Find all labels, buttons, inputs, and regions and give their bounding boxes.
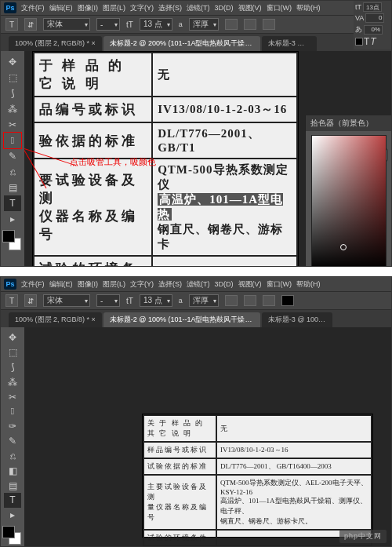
menu-help[interactable]: 帮助(H) <box>296 279 321 290</box>
menu-file[interactable]: 文件(F) <box>21 279 45 290</box>
cell: 试验的环境条件 <box>143 530 216 546</box>
gradient-tool-icon[interactable]: ▤ <box>4 180 21 195</box>
menu-type[interactable]: 文字(Y) <box>130 279 154 290</box>
menu-3d[interactable]: 3D(D) <box>215 280 234 288</box>
align-right-icon[interactable] <box>263 295 275 306</box>
cell <box>152 256 297 266</box>
orientation-icon[interactable]: ⇵ <box>24 294 37 307</box>
doc-tab-2[interactable]: 未标题-2 @ 100% (101--1A型电热鼓风干燥箱、测厚仪, RGB/8… <box>103 312 260 327</box>
marquee-tool-icon[interactable]: ⬚ <box>4 345 21 360</box>
font-family-dropdown[interactable]: 宋体 <box>43 294 90 307</box>
crop-tool-icon[interactable]: ✂ <box>4 117 21 133</box>
foreground-color-swatch[interactable] <box>2 526 15 538</box>
stamp-tool-icon[interactable]: ⎌ <box>4 449 21 464</box>
char-va-input[interactable]: 0 <box>365 13 384 23</box>
align-center-icon[interactable] <box>244 19 256 30</box>
brush-tool-icon[interactable]: ✎ <box>4 148 21 164</box>
tool-preset-icon[interactable]: T <box>5 294 18 307</box>
type-tool-icon[interactable]: T <box>4 195 21 211</box>
antialias-dropdown[interactable]: 浑厚 <box>189 18 219 31</box>
menu-window[interactable]: 窗口(W) <box>267 279 292 290</box>
brush-tool-icon[interactable]: ✎ <box>4 434 21 449</box>
antialias-dropdown[interactable]: 浑厚 <box>189 294 219 307</box>
cell: IV13/08/10-1-2-03～16 <box>216 442 372 458</box>
align-left-icon[interactable] <box>225 295 238 306</box>
format-italic[interactable]: T <box>370 36 376 47</box>
menu-edit[interactable]: 编辑(E) <box>49 3 73 13</box>
menu-file[interactable]: 文件(F) <box>21 3 45 13</box>
eraser-tool-icon[interactable]: ◧ <box>4 463 21 478</box>
char-pct-input[interactable]: 0% <box>364 25 383 35</box>
doc-tab-3[interactable]: 未标题-3 @ 100% <box>262 36 317 51</box>
format-bold[interactable]: T <box>364 36 369 47</box>
color-swatches[interactable] <box>2 526 23 546</box>
document-table: 关 于 样 品 的 其 它 说 明无 样品编号或标识IV13/08/10-1-2… <box>143 414 372 546</box>
menu-help[interactable]: 帮助(H) <box>296 3 321 13</box>
doc-tab-2[interactable]: 未标题-2 @ 200% (101--1A型电热鼓风干燥箱、测厚仪, RGB/8… <box>103 36 260 51</box>
color-swatch-option[interactable] <box>281 295 294 306</box>
workspace: ✥ ⬚ ⟆ ⁂ ✂ 𓂃 ✎ ⎌ ▤ T ▸ 于 样 品 的它 说 明无 品编号或… <box>1 51 391 266</box>
move-tool-icon[interactable]: ✥ <box>4 330 21 345</box>
menu-type[interactable]: 文字(Y) <box>130 3 154 13</box>
color-swatches[interactable] <box>2 230 23 252</box>
cell: 品编号或标识 <box>34 97 152 122</box>
font-style-dropdown[interactable]: - <box>96 294 120 307</box>
heal-tool-icon[interactable]: ✑ <box>4 419 21 434</box>
crop-tool-icon[interactable]: ✂ <box>4 389 21 404</box>
font-family-dropdown[interactable]: 宋体 <box>43 18 90 31</box>
document-tabs: 100% (图层 2, RGB/8) * × 未标题-2 @ 200% (101… <box>1 34 391 51</box>
menu-filter[interactable]: 滤镜(T) <box>187 3 210 13</box>
font-style-dropdown[interactable]: - <box>96 18 120 31</box>
gradient-tool-icon[interactable]: ▤ <box>4 478 21 493</box>
menu-window[interactable]: 窗口(W) <box>267 3 292 13</box>
font-size-dropdown[interactable]: 13 点 <box>140 294 172 307</box>
magic-wand-tool-icon[interactable]: ⁂ <box>4 101 21 117</box>
cell: DL/T776—2001、 GB/T1 <box>152 122 297 159</box>
menu-edit[interactable]: 编辑(E) <box>49 279 73 290</box>
app-logo: Ps <box>4 2 16 13</box>
menu-filter[interactable]: 滤镜(T) <box>187 279 210 290</box>
color-field[interactable] <box>312 136 386 267</box>
doc-tab-1[interactable]: 100% (图层 2, RGB/8) * × <box>9 36 102 51</box>
eyedropper-tool-icon[interactable]: 𓂃 <box>4 404 21 419</box>
menu-layer[interactable]: 图层(L) <box>103 3 125 13</box>
align-center-icon[interactable] <box>244 295 256 306</box>
aa-icon: a <box>179 297 183 304</box>
menu-select[interactable]: 选择(S) <box>158 3 182 13</box>
path-tool-icon[interactable]: ▸ <box>4 508 21 523</box>
watermark: php中文网 <box>339 530 387 543</box>
lasso-tool-icon[interactable]: ⟆ <box>4 360 21 375</box>
marquee-tool-icon[interactable]: ⬚ <box>4 70 21 86</box>
path-tool-icon[interactable]: ▸ <box>4 211 21 227</box>
menu-image[interactable]: 图像(I) <box>78 3 99 13</box>
char-color-swatch[interactable] <box>355 38 363 46</box>
size-icon: tT <box>126 20 133 29</box>
menu-layer[interactable]: 图层(L) <box>103 279 125 290</box>
move-tool-icon[interactable]: ✥ <box>4 54 21 70</box>
cell: 无 <box>152 53 297 97</box>
menu-image[interactable]: 图像(I) <box>78 279 99 290</box>
cell: 样品编号或标识 <box>143 442 216 458</box>
align-left-icon[interactable] <box>225 19 238 30</box>
magic-wand-tool-icon[interactable]: ⁂ <box>4 374 21 389</box>
orientation-icon[interactable]: ⇵ <box>24 18 37 31</box>
menu-view[interactable]: 视图(V) <box>238 279 262 290</box>
doc-tab-3[interactable]: 未标题-3 @ 100% (图层 <box>262 312 332 327</box>
doc-tab-1[interactable]: 100% (图层 2, RGB/8) * × <box>9 312 102 327</box>
eyedropper-tool-icon[interactable]: 𓂃 <box>4 133 21 148</box>
menu-view[interactable]: 视图(V) <box>238 3 262 13</box>
cell: 试验依据的标准 <box>143 458 216 475</box>
tool-preset-icon[interactable]: T <box>5 18 18 31</box>
foreground-color-swatch[interactable] <box>2 230 15 243</box>
cell: 它 说 明 <box>39 76 102 91</box>
stamp-tool-icon[interactable]: ⎌ <box>4 164 21 180</box>
align-right-icon[interactable] <box>263 19 275 30</box>
menu-3d[interactable]: 3D(D) <box>215 4 234 12</box>
lasso-tool-icon[interactable]: ⟆ <box>4 86 21 101</box>
menu-select[interactable]: 选择(S) <box>158 279 182 290</box>
font-size-dropdown[interactable]: 13 点 <box>140 18 172 31</box>
char-size-input[interactable]: 13点 <box>363 2 382 12</box>
type-tool-icon[interactable]: T <box>4 493 21 508</box>
canvas[interactable]: 关 于 样 品 的 其 它 说 明无 样品编号或标识IV13/08/10-1-2… <box>24 327 391 546</box>
cell: QTM-500导热系数测定仪、AEL-200电子天平、KSY-12-16 高温炉… <box>216 475 372 530</box>
